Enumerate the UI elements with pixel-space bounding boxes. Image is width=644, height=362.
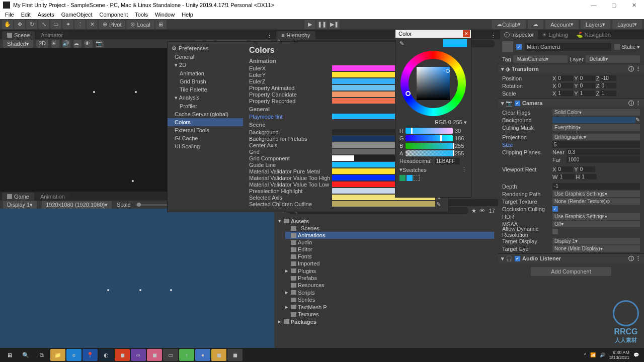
pencil-icon[interactable]: ✎ bbox=[436, 201, 442, 207]
folder-resources[interactable]: Resources bbox=[285, 282, 494, 289]
account-dropdown[interactable]: Account ▾ bbox=[545, 20, 579, 29]
scale-tool[interactable]: ⤡ bbox=[38, 20, 49, 29]
color-picker-close[interactable]: ✕ bbox=[463, 30, 470, 37]
add-component-button[interactable]: Add Component bbox=[531, 267, 611, 276]
explorer-icon[interactable]: 📁 bbox=[50, 349, 65, 352]
g-slider[interactable] bbox=[406, 135, 453, 141]
folder-plugins[interactable]: ▸Plugins bbox=[285, 267, 494, 275]
background-color[interactable] bbox=[552, 117, 635, 123]
far-field[interactable]: 1000 bbox=[567, 156, 640, 163]
projection-dd[interactable]: Orthographic ▾ bbox=[552, 134, 640, 140]
snap-toggle[interactable]: ⊞ bbox=[155, 20, 167, 29]
menu-file[interactable]: File bbox=[5, 12, 14, 18]
ttex-field[interactable]: None (Render Texture) ⊙ bbox=[552, 198, 640, 205]
swatch-add[interactable] bbox=[414, 175, 420, 181]
local-toggle[interactable]: ⊙Local bbox=[126, 20, 154, 29]
depth-field[interactable]: -1 bbox=[552, 183, 640, 190]
vis-toggle[interactable]: 👁▾ bbox=[85, 40, 93, 48]
display-dropdown[interactable]: Display 1 ▾ bbox=[3, 201, 37, 209]
editor-tool[interactable]: ✕ bbox=[87, 20, 98, 29]
2d-toggle[interactable]: 2D bbox=[36, 40, 48, 48]
object-name-field[interactable]: Main Camera bbox=[525, 43, 611, 51]
folder-scripts[interactable]: ▸Scripts bbox=[285, 289, 494, 296]
menu-window[interactable]: Window bbox=[155, 12, 175, 18]
pos-x[interactable] bbox=[557, 75, 573, 81]
app-icon-5[interactable]: ↑ bbox=[179, 349, 194, 352]
rot-z[interactable] bbox=[600, 83, 616, 88]
folder-sprites[interactable]: Sprites bbox=[285, 296, 494, 303]
prefs-nav-uiscaling[interactable]: UI Scaling bbox=[168, 142, 243, 150]
app-icon-3[interactable]: ◼ bbox=[147, 349, 162, 352]
clock-time[interactable]: 6:40 AM bbox=[609, 350, 629, 352]
vs-icon[interactable]: ∞ bbox=[131, 349, 146, 352]
folder-editor[interactable]: Editor bbox=[285, 246, 494, 253]
play-button[interactable]: ▶ bbox=[304, 20, 315, 29]
g-value[interactable]: 186 bbox=[455, 135, 467, 141]
step-button[interactable]: ▶❚ bbox=[329, 20, 340, 29]
app-icon-4[interactable]: ▭ bbox=[163, 349, 178, 352]
layers-dropdown[interactable]: Layers ▾ bbox=[581, 20, 610, 29]
close-button[interactable]: ✕ bbox=[624, 0, 644, 10]
object-icon[interactable] bbox=[502, 41, 513, 52]
hand-tool[interactable]: ✋ bbox=[2, 20, 13, 29]
a-slider[interactable] bbox=[406, 150, 453, 156]
rotate-tool[interactable]: ↻ bbox=[26, 20, 37, 29]
hue-cursor[interactable] bbox=[406, 91, 411, 96]
maximize-button[interactable]: ▢ bbox=[604, 0, 624, 10]
folder-textmeshpro[interactable]: ▸TextMesh P bbox=[285, 303, 494, 311]
app-icon-6[interactable]: ● bbox=[195, 349, 210, 352]
layer-dropdown[interactable]: Default ▾ bbox=[586, 55, 640, 63]
app-icon-7[interactable]: ◼ bbox=[211, 349, 226, 352]
tag-dropdown[interactable]: MainCamera ▾ bbox=[513, 55, 568, 63]
dynres-check[interactable] bbox=[552, 229, 558, 234]
app-icon-2[interactable]: ◼ bbox=[115, 349, 130, 352]
folder-assets[interactable]: ▾Assets bbox=[278, 217, 494, 225]
light-toggle[interactable]: ☀ bbox=[51, 40, 59, 48]
scl-x[interactable] bbox=[557, 90, 573, 96]
tdisp-dd[interactable]: Display 1 ▾ bbox=[552, 238, 640, 244]
prefs-nav-colors[interactable]: Colors bbox=[168, 118, 243, 126]
clearflags-dd[interactable]: Solid Color ▾ bbox=[552, 109, 640, 116]
menu-assets[interactable]: Assets bbox=[38, 12, 54, 18]
minimize-button[interactable]: — bbox=[584, 0, 604, 10]
prefs-nav-external[interactable]: External Tools bbox=[168, 126, 243, 134]
prefs-nav-profiler[interactable]: Profiler bbox=[168, 102, 243, 110]
scl-y[interactable] bbox=[579, 90, 595, 96]
rot-x[interactable] bbox=[557, 83, 573, 88]
color-selchildren[interactable] bbox=[332, 201, 435, 207]
camera-header[interactable]: ▾ 📷 Cameraⓘ ⋮ bbox=[498, 99, 644, 108]
move-tool[interactable]: ✥ bbox=[14, 20, 25, 29]
project-fav[interactable]: ★ bbox=[471, 208, 476, 214]
prefs-nav-general[interactable]: General bbox=[168, 53, 243, 61]
cloud-button[interactable]: ☁ bbox=[528, 20, 543, 29]
fx-toggle[interactable]: ☁ bbox=[73, 40, 82, 48]
folder-fonts[interactable]: Fonts bbox=[285, 253, 494, 260]
custom-tool[interactable]: ⋮ bbox=[74, 20, 86, 29]
pos-y[interactable] bbox=[579, 75, 595, 81]
pos-z[interactable] bbox=[600, 75, 616, 81]
menu-tools[interactable]: Tools bbox=[135, 12, 148, 18]
rot-y[interactable] bbox=[579, 83, 595, 88]
swatches-header[interactable]: ▾ Swatches⋮ bbox=[395, 165, 471, 174]
folder-prefabs[interactable]: Prefabs bbox=[285, 275, 494, 282]
pause-button[interactable]: ❚❚ bbox=[316, 20, 328, 29]
steam-icon[interactable]: ◐ bbox=[99, 349, 114, 352]
tab-animation[interactable]: Animation bbox=[35, 193, 70, 201]
app-icon-1[interactable]: 📍 bbox=[83, 349, 98, 352]
vp-w[interactable] bbox=[558, 174, 575, 179]
eyedropper-icon[interactable]: ✎ bbox=[399, 40, 404, 47]
static-toggle[interactable]: Static ▾ bbox=[614, 44, 640, 50]
folder-textures[interactable]: Textures bbox=[285, 311, 494, 318]
folder-packages[interactable]: ▸Packages bbox=[278, 318, 494, 325]
start-button[interactable]: ⊞ bbox=[2, 349, 17, 352]
transform-tool[interactable]: ✦ bbox=[62, 20, 73, 29]
transform-header[interactable]: ▾ ⬗ Transformⓘ ⋮ bbox=[498, 64, 644, 73]
active-checkbox[interactable] bbox=[516, 44, 522, 50]
a-value[interactable]: 255 bbox=[455, 150, 467, 156]
layout-dropdown[interactable]: Layout ▾ bbox=[612, 20, 642, 29]
color-mode-dropdown[interactable]: RGB 0-255 ▾ bbox=[395, 118, 471, 127]
folder-animations[interactable]: Animations bbox=[285, 232, 494, 239]
resolution-dropdown[interactable]: 1920x1080 (1920:1080) ▾ bbox=[42, 201, 112, 209]
prefs-nav-analysis[interactable]: ▾ Analysis bbox=[168, 94, 243, 102]
b-slider[interactable] bbox=[406, 143, 453, 149]
